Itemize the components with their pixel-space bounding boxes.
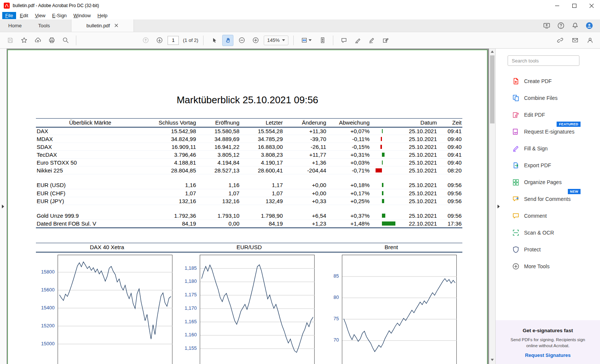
tool-label: Send for Comments	[524, 196, 571, 202]
minimize-button[interactable]	[548, 0, 566, 11]
tool-request-esignatures[interactable]: Request E-signaturesFEATURED	[496, 123, 600, 140]
search-button[interactable]	[60, 35, 71, 46]
cell-bar	[370, 220, 393, 228]
help-icon[interactable]	[556, 21, 566, 31]
next-page-button[interactable]	[154, 35, 165, 46]
share-cloud-button[interactable]	[32, 35, 43, 46]
nav-tabs: HomeTools	[0, 19, 58, 32]
cell-time: 09:41	[438, 127, 462, 135]
tool-protect[interactable]: Protect	[496, 241, 600, 258]
scroll-mode-button[interactable]	[317, 35, 328, 46]
close-button[interactable]	[583, 0, 600, 11]
tool-organize-pages[interactable]: Organize Pages	[496, 174, 600, 190]
save-button[interactable]	[4, 35, 16, 46]
cell-bar	[370, 159, 393, 166]
print-button[interactable]	[46, 35, 57, 46]
tab-home[interactable]: Home	[0, 19, 30, 32]
menu-window[interactable]: Window	[70, 12, 94, 19]
zoom-in-button[interactable]	[250, 35, 261, 46]
cell-close: 3.796,46	[144, 151, 197, 159]
maximize-icon	[572, 4, 576, 8]
cell-bar	[370, 212, 393, 220]
cell-bar	[370, 143, 393, 151]
select-tool-button[interactable]	[208, 35, 220, 46]
cell-date: 25.10.2021	[393, 181, 438, 189]
cell-last: 15.554,28	[240, 127, 284, 135]
menu-view[interactable]: View	[32, 12, 48, 19]
deviation-bar	[375, 191, 396, 195]
tab-tools[interactable]: Tools	[30, 19, 58, 32]
menu-file[interactable]: File	[2, 12, 16, 19]
window-title: bulletin.pdf - Adobe Acrobat Pro DC (32-…	[13, 3, 99, 8]
y-axis-label: 15800	[41, 269, 55, 275]
tool-create-pdf[interactable]: Create PDF	[496, 73, 600, 89]
cell-time: 09:56	[438, 197, 462, 205]
combine-files-icon	[512, 94, 520, 102]
cell-time: 17:36	[438, 220, 462, 228]
menu-esign[interactable]: E-Sign	[49, 12, 70, 19]
acrobat-logo-icon	[4, 3, 10, 9]
cell-close: 1,16	[144, 181, 197, 189]
table-row: EUR (USD)1,161,161,17+0,00+0,18%25.10.20…	[36, 181, 462, 189]
zoom-out-button[interactable]	[236, 35, 247, 46]
maximize-button[interactable]	[566, 0, 583, 11]
zoom-level-select[interactable]: 145%	[264, 36, 288, 45]
scrollbar-thumb[interactable]	[490, 55, 495, 123]
chevron-down-icon	[282, 39, 285, 41]
y-axis-label: 80	[334, 294, 339, 300]
table-row: MDAX34.824,9934.889,6934.785,29-39,70-0,…	[36, 135, 462, 143]
cell-time: 09:40	[438, 135, 462, 143]
profile-button[interactable]	[584, 35, 596, 46]
tool-label: Fill & Sign	[524, 146, 548, 152]
tool-fill-sign[interactable]: Fill & Sign	[496, 140, 600, 157]
table-row: DAX15.542,9815.580,5815.554,28+11,30+0,0…	[36, 127, 462, 135]
cell-deviation: +0,25%	[327, 197, 370, 205]
tab-close-icon[interactable]	[114, 23, 118, 28]
cell-last: 132,49	[240, 197, 284, 205]
tool-scan-ocr[interactable]: Scan & OCR	[496, 224, 600, 241]
menu-edit[interactable]: Edit	[17, 12, 31, 19]
share-link-button[interactable]	[554, 35, 566, 46]
scroll-down-arrow-icon[interactable]	[491, 359, 494, 361]
star-icon	[21, 37, 27, 43]
tool-comment[interactable]: Comment	[496, 207, 600, 224]
tool-export-pdf[interactable]: Export PDF	[496, 157, 600, 174]
chevron-down-icon	[309, 39, 312, 41]
share-screen-icon[interactable]	[542, 21, 551, 31]
hand-tool-button[interactable]	[222, 35, 233, 46]
highlight-tool-button[interactable]	[352, 35, 363, 46]
page-number-input[interactable]	[168, 36, 179, 45]
column-header: Schluss Vortag	[144, 119, 197, 127]
profile-avatar[interactable]	[584, 21, 594, 31]
comment-tool-button[interactable]	[338, 35, 349, 46]
tool-edit-pdf[interactable]: Edit PDF	[496, 106, 600, 123]
cell-last: 34.785,29	[240, 135, 284, 143]
cell-time: 09:56	[438, 189, 462, 197]
vertical-scrollbar[interactable]	[489, 49, 495, 364]
tool-combine-files[interactable]: Combine Files	[496, 89, 600, 106]
tab-document[interactable]: bulletin.pdf	[71, 19, 134, 32]
nav-pane-toggle-icon[interactable]	[2, 205, 4, 208]
favorites-star-button[interactable]	[18, 35, 30, 46]
cell-last: 16.883,00	[240, 143, 284, 151]
document-viewport[interactable]: Marktüberblick 25.10.2021 09:56 Überblic…	[7, 49, 489, 364]
previous-page-button[interactable]	[140, 35, 151, 46]
column-header	[370, 119, 393, 127]
cell-deviation: +0,18%	[327, 181, 370, 189]
hand-icon	[225, 37, 231, 43]
cell-deviation: -0,11%	[327, 135, 370, 143]
menu-help[interactable]: Help	[95, 12, 111, 19]
edit-tool-button[interactable]	[380, 35, 391, 46]
email-button[interactable]	[569, 35, 581, 46]
search-tools-input[interactable]	[508, 55, 579, 66]
cell-open: 132,16	[197, 197, 240, 205]
request-signatures-link[interactable]: Request Signatures	[505, 352, 590, 358]
y-axis-label: 75	[334, 316, 339, 321]
sign-tool-button[interactable]	[366, 35, 377, 46]
cell-last: 1,17	[240, 181, 284, 189]
page-fit-button[interactable]	[299, 35, 314, 46]
tool-more-tools[interactable]: More Tools	[496, 258, 600, 275]
tool-send-comments[interactable]: Send for CommentsNEW	[496, 190, 600, 207]
scroll-up-arrow-icon[interactable]	[491, 51, 494, 53]
notifications-bell-icon[interactable]	[570, 21, 580, 31]
